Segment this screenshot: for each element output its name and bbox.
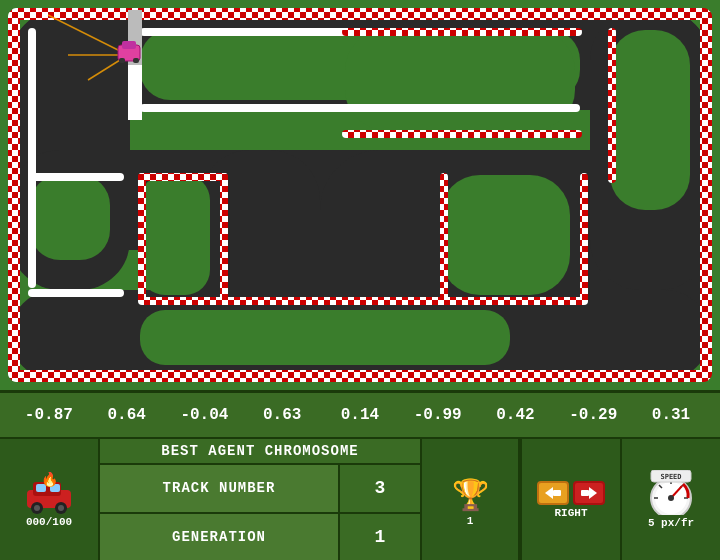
svg-rect-38 xyxy=(440,173,448,303)
svg-rect-42 xyxy=(700,28,708,273)
svg-rect-50 xyxy=(119,58,125,63)
svg-rect-19 xyxy=(345,30,575,130)
chrom-val-7: -0.29 xyxy=(563,406,623,424)
svg-rect-20 xyxy=(440,175,570,295)
info-rows: 🔥 000/100 BEST AGENT CHROMOSOME TRACK NU… xyxy=(0,439,720,560)
center-info: BEST AGENT CHROMOSOME TRACK NUMBER 3 GEN… xyxy=(100,439,420,560)
svg-point-74 xyxy=(668,495,674,501)
generation-row: GENERATION 1 xyxy=(100,514,420,561)
svg-rect-41 xyxy=(608,28,616,183)
car-icon: 🔥 xyxy=(23,472,75,514)
chrom-val-8: 0.31 xyxy=(641,406,701,424)
left-arrow[interactable] xyxy=(537,481,569,505)
svg-rect-34 xyxy=(220,173,228,303)
svg-rect-17 xyxy=(30,175,110,260)
svg-rect-51 xyxy=(133,58,139,63)
svg-point-57 xyxy=(34,505,40,511)
svg-rect-32 xyxy=(138,173,146,303)
speedometer-section: SPEED 5 px/fr xyxy=(620,439,720,560)
best-agent-label: BEST AGENT CHROMOSOME xyxy=(100,439,420,465)
svg-rect-63 xyxy=(553,490,561,496)
speedometer-icon: SPEED xyxy=(646,470,696,515)
track-svg xyxy=(0,0,720,390)
direction-arrows xyxy=(537,481,605,505)
svg-rect-39 xyxy=(580,173,588,303)
svg-text:🔥: 🔥 xyxy=(41,472,59,488)
chrom-val-4: 0.14 xyxy=(330,406,390,424)
agent-score: 000/100 xyxy=(26,516,72,528)
svg-rect-36 xyxy=(342,28,582,36)
generation-value: 1 xyxy=(340,514,420,561)
generation-label: GENERATION xyxy=(100,514,340,561)
svg-rect-37 xyxy=(342,130,582,138)
svg-rect-40 xyxy=(440,297,588,305)
svg-marker-64 xyxy=(589,487,597,499)
track-area xyxy=(0,0,720,390)
chromosome-row: -0.87 0.64 -0.04 0.63 0.14 -0.99 0.42 -0… xyxy=(0,393,720,439)
svg-point-59 xyxy=(58,505,64,511)
svg-rect-28 xyxy=(140,104,580,112)
svg-marker-62 xyxy=(545,487,553,499)
svg-rect-31 xyxy=(28,289,124,297)
right-arrow[interactable] xyxy=(573,481,605,505)
chrom-val-2: -0.04 xyxy=(174,406,234,424)
svg-rect-23 xyxy=(10,8,710,20)
chrom-val-0: -0.87 xyxy=(19,406,79,424)
svg-rect-35 xyxy=(138,173,228,181)
car-section: 🔥 000/100 xyxy=(0,439,100,560)
svg-rect-21 xyxy=(610,30,690,210)
svg-rect-22 xyxy=(140,310,510,365)
svg-rect-25 xyxy=(8,10,20,380)
chrom-val-1: 0.64 xyxy=(97,406,157,424)
track-number-row: TRACK NUMBER 3 xyxy=(100,465,420,514)
chrom-val-3: 0.63 xyxy=(252,406,312,424)
speed-label: 5 px/fr xyxy=(648,517,694,529)
svg-rect-18 xyxy=(140,175,210,295)
direction-section: RIGHT xyxy=(520,439,620,560)
svg-text:SPEED: SPEED xyxy=(660,473,681,481)
track-number-label: TRACK NUMBER xyxy=(100,465,340,512)
trophy-icon: 🏆 xyxy=(450,473,490,513)
svg-rect-65 xyxy=(581,490,589,496)
svg-rect-49 xyxy=(122,41,136,49)
svg-rect-24 xyxy=(10,370,710,382)
chrom-val-5: -0.99 xyxy=(408,406,468,424)
direction-label: RIGHT xyxy=(554,507,587,519)
trophy-section: 🏆 1 xyxy=(420,439,520,560)
track-number-value: 3 xyxy=(340,465,420,512)
svg-rect-29 xyxy=(28,28,36,288)
bottom-panel: -0.87 0.64 -0.04 0.63 0.14 -0.99 0.42 -0… xyxy=(0,390,720,560)
svg-text:🏆: 🏆 xyxy=(452,477,490,513)
trophy-count: 1 xyxy=(467,515,474,527)
svg-rect-30 xyxy=(28,173,124,181)
chrom-val-6: 0.42 xyxy=(485,406,545,424)
